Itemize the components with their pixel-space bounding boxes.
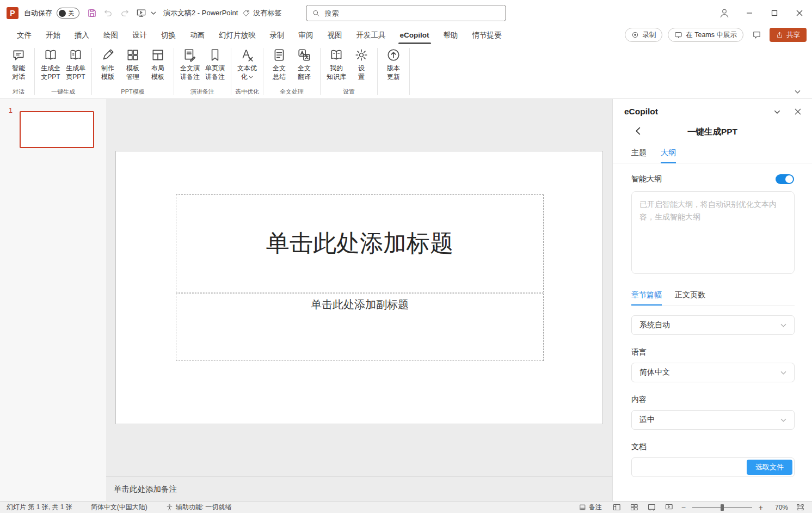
language-status[interactable]: 简体中文(中国大陆) xyxy=(91,503,147,512)
comments-button[interactable] xyxy=(749,28,764,42)
panel-chevron-down-icon[interactable] xyxy=(772,106,783,117)
accessibility-icon xyxy=(166,504,173,511)
tab-slideshow[interactable]: 幻灯片放映 xyxy=(212,26,263,44)
text-optimize-button[interactable]: 文本优 化 xyxy=(235,44,260,81)
tab-section-length[interactable]: 章节篇幅 xyxy=(631,290,662,305)
close-button[interactable] xyxy=(787,0,812,26)
settings-button[interactable]: 设 置 xyxy=(349,44,374,81)
update-icon xyxy=(386,48,401,62)
maximize-button[interactable] xyxy=(762,0,787,26)
redo-button[interactable] xyxy=(116,5,133,21)
content-value: 适中 xyxy=(639,415,655,425)
tab-theme[interactable]: 主题 xyxy=(631,148,647,163)
normal-view-button[interactable] xyxy=(612,503,623,512)
accessibility-status[interactable]: 辅助功能: 一切就绪 xyxy=(166,503,232,512)
full-summary-button[interactable]: 全文 总结 xyxy=(267,44,292,81)
panel-close-icon[interactable] xyxy=(792,106,803,117)
present-button[interactable] xyxy=(133,5,149,21)
layout-template-button[interactable]: 布局 模板 xyxy=(145,44,170,81)
zoom-in-button[interactable]: + xyxy=(759,503,763,512)
slide-sorter-view-button[interactable] xyxy=(629,503,640,512)
fit-to-window-button[interactable] xyxy=(795,503,805,512)
group-divider xyxy=(174,48,174,95)
tab-outline[interactable]: 大纲 xyxy=(661,148,676,163)
sensitivity-label-button[interactable]: 没有标签 xyxy=(242,8,281,18)
tab-insert[interactable]: 插入 xyxy=(67,26,96,44)
slide-thumbnail[interactable] xyxy=(20,111,94,148)
quick-access-chevron-icon[interactable] xyxy=(149,5,158,21)
make-template-button[interactable]: 制作 模版 xyxy=(95,44,120,81)
tab-transitions[interactable]: 切换 xyxy=(154,26,183,44)
notes-pane[interactable]: 单击此处添加备注 xyxy=(106,477,612,501)
smart-chat-button[interactable]: 智能 对话 xyxy=(6,44,31,81)
button-label: 全文 xyxy=(273,64,286,72)
button-label: 模版 xyxy=(101,73,114,81)
button-label: 总结 xyxy=(273,73,286,81)
tab-design[interactable]: 设计 xyxy=(125,26,154,44)
full-speech-notes-button[interactable]: 全文演 讲备注 xyxy=(177,44,202,81)
button-label: 文本优 xyxy=(237,64,257,72)
button-label: 版本 xyxy=(387,64,400,72)
slideshow-view-button[interactable] xyxy=(664,503,675,512)
translate-icon xyxy=(297,48,311,62)
search-input[interactable] xyxy=(325,9,500,17)
share-icon xyxy=(776,32,783,39)
autosave-label: 自动保存 xyxy=(24,8,52,18)
button-label: 单页演 xyxy=(205,64,225,72)
share-button[interactable]: 共享 xyxy=(770,28,807,42)
ribbon-group-update: 版本 更新 xyxy=(379,44,408,99)
search-box[interactable] xyxy=(306,5,506,21)
single-page-speech-notes-button[interactable]: 单页演 讲备注 xyxy=(202,44,227,81)
powerpoint-logo[interactable]: P xyxy=(7,7,19,19)
zoom-percentage[interactable]: 70% xyxy=(770,504,788,511)
tab-ecopilot[interactable]: eCopilot xyxy=(393,26,436,44)
zoom-out-button[interactable]: − xyxy=(681,503,686,512)
undo-button[interactable] xyxy=(100,5,116,21)
generate-full-ppt-button[interactable]: 生成全 文PPT xyxy=(38,44,63,81)
chevron-down-icon xyxy=(780,323,786,327)
tab-help[interactable]: 帮助 xyxy=(436,26,465,44)
tab-draw[interactable]: 绘图 xyxy=(96,26,125,44)
outline-textarea[interactable] xyxy=(631,191,795,274)
summary-icon xyxy=(272,48,286,62)
zoom-slider[interactable] xyxy=(692,503,752,512)
subtitle-placeholder[interactable]: 单击此处添加副标题 xyxy=(176,294,544,361)
content-select[interactable]: 适中 xyxy=(631,410,795,430)
tab-animations[interactable]: 动画 xyxy=(183,26,212,44)
version-update-button[interactable]: 版本 更新 xyxy=(381,44,406,81)
generate-single-page-ppt-button[interactable]: 生成单 页PPT xyxy=(63,44,88,81)
group-divider xyxy=(409,48,410,95)
slide-canvas[interactable]: 单击此处添加标题 单击此处添加副标题 xyxy=(115,151,603,424)
tab-file[interactable]: 文件 xyxy=(10,26,39,44)
knowledge-base-button[interactable]: 我的 知识库 xyxy=(324,44,349,81)
tab-view[interactable]: 视图 xyxy=(321,26,349,44)
notes-toggle-button[interactable]: 备注 xyxy=(579,503,602,512)
section-length-select[interactable]: 系统自动 xyxy=(631,315,795,335)
ribbon-group-label: 一键生成 xyxy=(38,87,88,99)
language-select[interactable]: 简体中文 xyxy=(631,363,795,382)
reading-view-button[interactable] xyxy=(647,503,657,512)
autosave-toggle[interactable]: 关 xyxy=(57,8,79,19)
tab-developer[interactable]: 开发工具 xyxy=(349,26,393,44)
tab-review[interactable]: 审阅 xyxy=(292,26,321,44)
tab-storyboard[interactable]: 情节提要 xyxy=(465,26,509,44)
present-in-teams-button[interactable]: 在 Teams 中展示 xyxy=(668,28,743,42)
zoom-thumb[interactable] xyxy=(721,504,724,511)
tab-body-pages[interactable]: 正文页数 xyxy=(675,290,705,305)
button-label: 讲备注 xyxy=(180,73,200,81)
account-button[interactable] xyxy=(712,0,737,26)
button-label: 全文演 xyxy=(180,64,200,72)
save-button[interactable] xyxy=(84,5,100,21)
minimize-button[interactable] xyxy=(737,0,762,26)
document-file-input[interactable]: 选取文件 xyxy=(631,457,795,477)
tab-home[interactable]: 开始 xyxy=(39,26,67,44)
template-manage-button[interactable]: 模板 管理 xyxy=(120,44,145,81)
select-file-button[interactable]: 选取文件 xyxy=(747,460,792,475)
title-placeholder[interactable]: 单击此处添加标题 xyxy=(176,194,544,292)
collapse-ribbon-chevron[interactable] xyxy=(791,87,803,96)
smart-outline-toggle[interactable] xyxy=(776,174,794,184)
full-translate-button[interactable]: 全文 翻译 xyxy=(292,44,317,81)
tab-record[interactable]: 录制 xyxy=(263,26,292,44)
record-button[interactable]: 录制 xyxy=(625,28,662,42)
back-chevron-icon[interactable] xyxy=(636,127,641,135)
